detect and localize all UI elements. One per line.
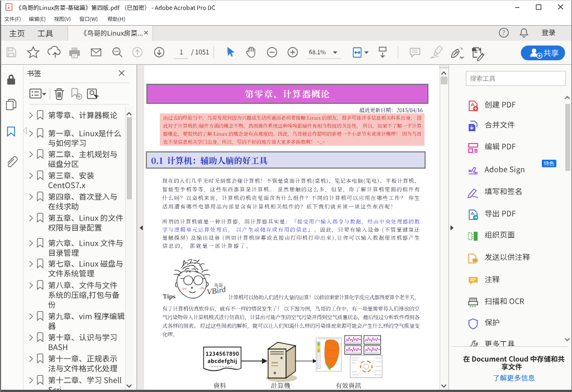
svg-text:VBird: VBird: [206, 285, 227, 297]
